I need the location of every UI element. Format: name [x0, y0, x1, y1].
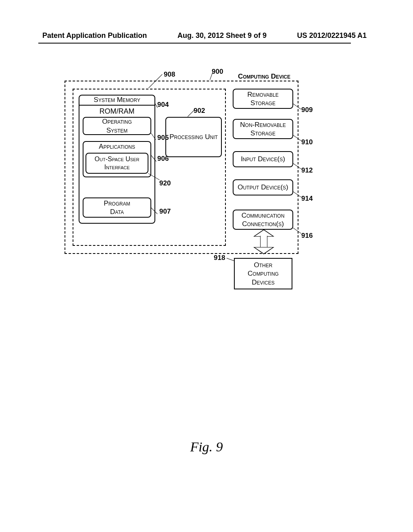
ref-900: 900: [212, 68, 223, 76]
ref-918: 918: [214, 254, 225, 262]
ref-908: 908: [164, 71, 175, 79]
ref-909: 909: [301, 106, 313, 114]
rom-ram-label: ROM/RAM: [79, 107, 155, 116]
removable-storage-box: Removable Storage: [233, 89, 293, 109]
diagram-area: Computing Device System Memory ROM/RAM O…: [60, 73, 359, 314]
out-space-ui-box: Out-Space User Interface: [86, 153, 148, 174]
leader-918: [227, 258, 234, 261]
processing-unit-box: Processing Unit: [165, 117, 222, 157]
operating-system-box: Operating System: [83, 117, 151, 135]
header-left: Patent Application Publication: [42, 31, 147, 40]
leader-900: [210, 72, 213, 80]
double-arrow: [253, 232, 274, 254]
system-memory-heading: System Memory: [79, 96, 155, 104]
non-removable-storage-box: Non-Removable Storage: [233, 119, 293, 139]
program-data-box: Program Data: [83, 197, 151, 218]
figure-caption: Fig. 9: [0, 439, 413, 455]
ref-902: 902: [194, 107, 205, 115]
output-devices-box: Output Device(s): [233, 179, 293, 195]
ref-907: 907: [159, 208, 171, 216]
ref-914: 914: [301, 195, 313, 203]
applications-heading: Applications: [83, 143, 151, 151]
ref-916: 916: [301, 232, 313, 240]
computing-device-label: Computing Device: [238, 73, 290, 81]
communication-connections-box: Communication Connection(s): [233, 210, 293, 230]
ref-904: 904: [157, 101, 169, 109]
system-memory-divider: [79, 105, 154, 106]
ref-920: 920: [159, 179, 171, 187]
ref-905: 905: [157, 134, 169, 142]
ref-912: 912: [301, 166, 313, 175]
ref-906: 906: [157, 155, 169, 163]
ref-910: 910: [301, 138, 313, 146]
page-header: Patent Application Publication Aug. 30, …: [0, 31, 413, 40]
header-right: US 2012/0221945 A1: [297, 31, 367, 40]
header-center: Aug. 30, 2012 Sheet 9 of 9: [177, 31, 267, 40]
input-devices-box: Input Device(s): [233, 151, 293, 167]
other-computing-devices-box: Other Computing Devices: [234, 258, 292, 289]
header-rule: [38, 43, 351, 44]
